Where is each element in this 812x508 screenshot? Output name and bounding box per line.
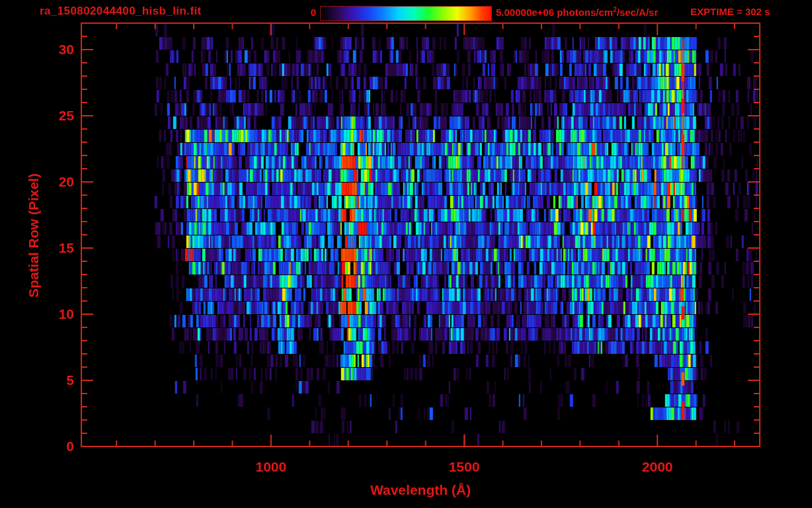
plot-window: ra_150802044400_hisb_lin.fit 0 5.00000e+… [0, 0, 812, 508]
plot-title: ra_150802044400_hisb_lin.fit [40, 5, 202, 18]
exptime-label: EXPTIME = 302 s [690, 6, 770, 17]
colorbar [320, 6, 492, 21]
y-tick-label: 5 [34, 372, 74, 388]
x-tick-label: 1500 [438, 459, 491, 475]
y-tick-label: 0 [34, 439, 74, 454]
colorbar-max-value: 5.00000e+06 [496, 7, 554, 18]
colorbar-units-suffix: /sec/A/sr [617, 7, 659, 18]
colorbar-max-label: 5.00000e+06 photons/cm2/sec/A/sr [496, 6, 658, 18]
colorbar-units-prefix: photons/cm [554, 7, 613, 18]
y-tick-label: 20 [34, 174, 74, 190]
spectrogram-heatmap-canvas [0, 0, 812, 508]
y-tick-label: 25 [34, 108, 74, 124]
colorbar-gradient [321, 7, 491, 21]
y-tick-label: 10 [34, 306, 74, 322]
y-tick-label: 30 [34, 42, 74, 58]
y-tick-label: 15 [34, 240, 74, 256]
y-axis-title: Spatial Row (Pixel) [26, 136, 43, 335]
x-tick-label: 2000 [631, 459, 684, 475]
x-tick-label: 1000 [245, 459, 298, 475]
colorbar-min-label: 0 [303, 7, 316, 18]
x-axis-title: Wavelength (Å) [288, 482, 553, 498]
